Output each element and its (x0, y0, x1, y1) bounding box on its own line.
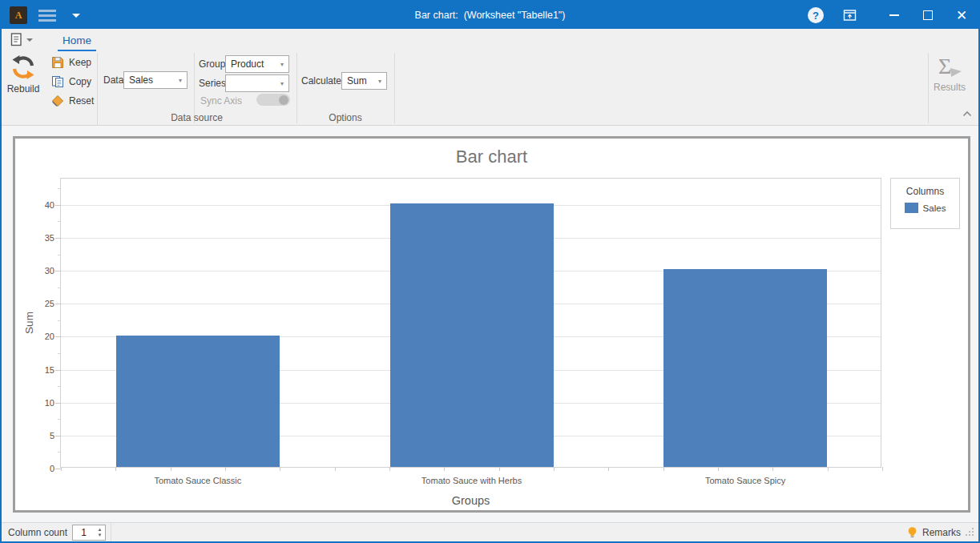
y-axis-minor-tick (58, 452, 61, 452)
column-count-spinner[interactable]: 1 ▲ ▼ (72, 525, 106, 541)
y-axis-tick-label: 30 (22, 266, 54, 276)
y-axis-minor-tick (58, 353, 61, 354)
keep-button[interactable]: Keep (48, 53, 95, 72)
sync-axis-toggle[interactable] (256, 94, 290, 106)
bar-tomato-sauce-spicy[interactable] (663, 269, 827, 467)
y-axis-tick (55, 271, 61, 272)
y-axis-minor-tick (58, 255, 61, 255)
copy-icon (51, 75, 64, 88)
tab-home[interactable]: Home (58, 30, 96, 51)
ribbon-app-menu-button[interactable] (10, 32, 33, 47)
legend-item-sales[interactable]: Sales (905, 203, 946, 213)
column-count-value: 1 (73, 525, 95, 540)
y-axis-tick (55, 469, 61, 469)
y-axis-tick-label: 40 (22, 200, 54, 210)
maximize-button[interactable] (911, 2, 945, 29)
x-axis-tick (663, 467, 664, 471)
chevron-down-icon: ▾ (174, 77, 187, 84)
chevron-down-icon: ▾ (276, 80, 288, 87)
data-combobox[interactable]: Sales ▾ (123, 71, 188, 89)
y-axis-minor-tick (58, 288, 61, 288)
copy-label: Copy (69, 76, 91, 87)
x-axis-category-label: Tomato Sauce Spicy (608, 476, 882, 485)
y-axis-tick-label: 10 (22, 398, 54, 408)
collapse-ribbon-chevron-icon[interactable] (962, 111, 972, 117)
reset-button[interactable]: Reset (48, 91, 97, 111)
dock-panel-icon (843, 9, 857, 22)
minimize-button[interactable] (877, 2, 911, 29)
rebuild-button[interactable]: Rebuild (3, 53, 43, 114)
spinner-down-icon[interactable]: ▼ (98, 533, 103, 538)
bar-tomato-sauce-with-herbs[interactable] (390, 203, 554, 467)
y-axis-minor-tick (58, 419, 61, 420)
reset-label: Reset (69, 95, 94, 107)
resize-grip[interactable] (966, 528, 975, 537)
calculate-combobox[interactable]: Sum ▾ (341, 72, 387, 90)
y-axis-tick-label: 25 (22, 299, 54, 308)
close-button[interactable]: ✕ (945, 2, 978, 29)
series-field-label: Series (199, 74, 226, 92)
results-label: Results (934, 82, 966, 93)
hamburger-menu-icon[interactable] (38, 10, 56, 22)
x-axis-tick (554, 467, 555, 471)
y-axis-tick-label: 0 (22, 464, 54, 473)
status-bar: Column count 1 ▲ ▼ Remarks (2, 522, 978, 541)
series-combobox[interactable]: ▾ (225, 74, 289, 92)
reset-eraser-icon (51, 95, 64, 107)
x-axis-tick (718, 467, 719, 471)
copy-button[interactable]: Copy (48, 72, 95, 91)
chevron-down-icon: ▾ (276, 61, 288, 68)
document-menu-icon (10, 32, 24, 47)
separator (928, 53, 929, 123)
ribbon-tab-row: Home (2, 29, 978, 51)
calculate-field-label: Calculate (301, 72, 341, 90)
lightbulb-icon (907, 526, 917, 539)
y-axis-minor-tick (58, 188, 61, 189)
app-logo-icon[interactable]: A (10, 6, 27, 24)
chevron-down-icon: ▾ (373, 78, 386, 85)
legend-series-name: Sales (923, 203, 946, 213)
chart-legend: Columns Sales (890, 178, 960, 229)
x-axis-category-label: Tomato Sauce with Herbs (335, 476, 609, 485)
x-axis-tick (389, 467, 390, 471)
x-axis-tick (499, 467, 500, 471)
app-window: A Bar chart: (Worksheet "Tabelle1") ? ✕ (0, 0, 980, 543)
chart-title: Bar chart (15, 147, 968, 167)
group-field-label: Group (199, 55, 225, 73)
help-icon: ? (808, 7, 824, 23)
spinner-up-icon[interactable]: ▲ (98, 527, 103, 533)
y-axis-tick (55, 304, 61, 304)
close-icon: ✕ (956, 9, 967, 22)
y-axis-minor-tick (58, 221, 61, 222)
titlebar-dropdown-icon[interactable] (72, 14, 80, 18)
remarks-label[interactable]: Remarks (922, 527, 961, 538)
spinner-arrows[interactable]: ▲ ▼ (95, 525, 105, 540)
y-axis-tick (55, 205, 61, 206)
save-floppy-icon (51, 56, 64, 69)
help-button[interactable]: ? (799, 2, 833, 29)
results-button[interactable]: Σ Results (930, 53, 970, 114)
dock-panel-button[interactable] (833, 2, 866, 29)
group-combobox[interactable]: Product ▾ (225, 55, 289, 73)
group-caption-options: Options (296, 112, 394, 123)
plot-area: Sum 0510152025303540Tomato Sauce Classic… (60, 178, 881, 468)
x-axis-category-label: Tomato Sauce Classic (61, 476, 335, 485)
data-combobox-value: Sales (129, 74, 174, 86)
sync-axis-label: Sync Axis (200, 92, 242, 110)
minimize-icon (889, 14, 899, 16)
y-axis-tick-label: 15 (22, 365, 54, 375)
svg-text:Σ: Σ (938, 54, 951, 78)
group-combobox-value: Product (231, 58, 276, 70)
titlebar: A Bar chart: (Worksheet "Tabelle1") ? ✕ (2, 2, 978, 29)
x-axis-title: Groups (60, 494, 881, 507)
y-axis-tick (55, 336, 61, 337)
y-axis-minor-tick (58, 386, 61, 387)
x-axis-tick (444, 467, 445, 471)
bar-tomato-sauce-classic[interactable] (116, 336, 280, 468)
keep-label: Keep (69, 57, 91, 68)
y-axis-tick-label: 20 (22, 332, 54, 341)
separator (394, 53, 395, 123)
x-axis-tick (772, 467, 773, 471)
statusbar-right: Remarks (907, 526, 978, 539)
group-caption-data-source: Data source (97, 112, 296, 123)
